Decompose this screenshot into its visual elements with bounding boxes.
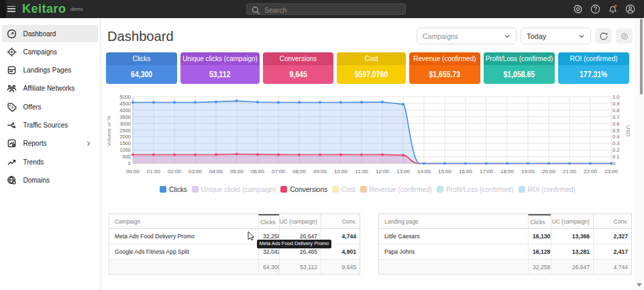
svg-text:23:00: 23:00 (604, 168, 619, 175)
svg-text:0.7: 0.7 (612, 114, 619, 120)
svg-text:1000: 1000 (119, 147, 131, 153)
svg-text:USD: USD (625, 126, 631, 137)
svg-text:0.6: 0.6 (612, 121, 619, 127)
svg-text:11:00: 11:00 (355, 168, 368, 175)
svg-text:3000: 3000 (119, 121, 131, 127)
svg-text:03:00: 03:00 (189, 168, 203, 175)
svg-text:15:00: 15:00 (438, 168, 452, 175)
svg-text:0.2: 0.2 (612, 147, 619, 153)
svg-text:2500: 2500 (119, 128, 131, 134)
svg-text:08:00: 08:00 (292, 168, 307, 175)
svg-text:22:00: 22:00 (584, 168, 598, 175)
svg-text:07:00: 07:00 (272, 168, 286, 175)
svg-text:500: 500 (122, 154, 131, 160)
svg-text:0.4: 0.4 (612, 134, 619, 140)
svg-text:19:00: 19:00 (521, 168, 535, 175)
svg-text:1.0: 1.0 (612, 94, 619, 100)
svg-text:01:00: 01:00 (147, 168, 161, 175)
svg-text:3500: 3500 (119, 114, 131, 120)
svg-text:17:00: 17:00 (480, 168, 494, 175)
svg-text:13:00: 13:00 (396, 168, 411, 175)
svg-text:09:00: 09:00 (313, 168, 327, 175)
svg-text:02:00: 02:00 (168, 168, 182, 175)
svg-text:10:00: 10:00 (334, 168, 348, 175)
svg-text:18:00: 18:00 (500, 168, 515, 175)
svg-text:04:00: 04:00 (209, 168, 223, 175)
svg-text:0.8: 0.8 (612, 107, 619, 113)
svg-text:5000: 5000 (119, 94, 131, 100)
svg-text:20:00: 20:00 (542, 168, 556, 175)
svg-text:12:00: 12:00 (376, 168, 390, 175)
svg-text:16:00: 16:00 (459, 168, 473, 175)
svg-text:06:00: 06:00 (251, 168, 265, 175)
svg-text:0.9: 0.9 (612, 101, 619, 107)
svg-text:0: 0 (612, 160, 615, 166)
svg-text:4000: 4000 (119, 107, 131, 113)
svg-text:2000: 2000 (119, 134, 131, 140)
svg-text:05:00: 05:00 (230, 168, 244, 175)
svg-text:00:00: 00:00 (126, 168, 140, 175)
svg-text:Volume or %: Volume or % (106, 115, 112, 146)
svg-text:0.1: 0.1 (612, 154, 619, 160)
svg-text:4500: 4500 (119, 101, 131, 107)
svg-text:21:00: 21:00 (563, 168, 577, 175)
svg-text:0.5: 0.5 (612, 128, 619, 134)
svg-text:0: 0 (128, 160, 131, 166)
svg-text:1500: 1500 (119, 140, 131, 146)
svg-text:0.3: 0.3 (612, 140, 619, 146)
svg-text:14:00: 14:00 (417, 168, 431, 175)
